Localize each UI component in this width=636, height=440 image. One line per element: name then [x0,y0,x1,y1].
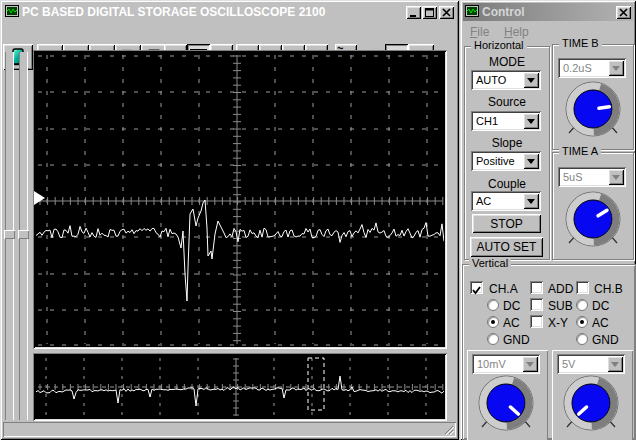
ch-b-label: CH.B [594,282,623,296]
stop-button[interactable]: STOP [472,214,541,233]
slope-dropdown-button[interactable] [523,153,539,169]
source-select[interactable]: CH1 [471,111,541,131]
stop-button-label: STOP [490,217,522,231]
sub-label: SUB [548,299,573,313]
control-app-icon [465,4,479,21]
ch-a-ac-radio[interactable] [487,316,499,328]
couple-label: Couple [465,177,549,191]
ch-b-volts-select[interactable]: 5V [557,354,625,374]
mode-value: AUTO [476,74,506,86]
couple-select[interactable]: AC [471,191,541,211]
time-b-group: TIME B 0.2uS [552,44,634,150]
mode-dropdown-button[interactable] [523,72,539,88]
control-window-title: Control [482,5,525,19]
time-a-group-label: TIME A [559,145,601,157]
time-a-value: 5uS [563,171,583,183]
ch-b-volts-value: 5V [562,358,575,370]
source-dropdown-button[interactable] [523,113,539,129]
menu-file[interactable]: File [470,25,489,39]
ch-b-dc-label: DC [592,299,609,313]
ch-b-ac-radio[interactable] [576,316,588,328]
slider-thumb-ch-b[interactable] [18,230,29,239]
ch-b-gnd-label: GND [592,333,619,347]
control-window: Control File Help Horizontal MODE AUTO S… [460,0,636,440]
chevron-down-icon [612,175,620,184]
time-b-select[interactable]: 0.2uS [558,58,626,78]
control-close-button[interactable] [616,6,631,19]
ch-a-label: CH.A [489,282,518,296]
desktop: PC BASED DIGITAL STORAGE OSCILLOSCOPE 21… [0,0,636,440]
menu-help[interactable]: Help [504,25,529,39]
control-titlebar[interactable]: Control [463,3,633,21]
horizontal-group-label: Horizontal [471,39,527,51]
couple-dropdown-button[interactable] [523,193,539,209]
horizontal-group: Horizontal MODE AUTO Source CH1 Slope Po… [464,46,550,260]
ch-a-dc-label: DC [503,299,520,313]
time-b-value: 0.2uS [563,62,592,74]
trigger-level-marker[interactable] [34,191,45,205]
time-a-group: TIME A 5uS [552,152,634,260]
ch-a-gnd-label: GND [503,333,530,347]
chevron-down-icon [527,199,535,208]
chevron-down-icon [527,119,535,128]
xy-checkbox[interactable] [530,315,543,328]
minimize-button[interactable] [406,6,421,19]
ch-b-gnd-radio[interactable] [576,333,588,345]
chevron-down-icon [526,362,534,371]
app-icon [5,4,19,21]
check-icon [472,286,481,295]
ch-a-knob[interactable] [474,375,538,439]
time-b-dropdown-button[interactable] [608,60,624,76]
time-a-knob[interactable] [561,191,625,255]
slope-select[interactable]: Positive [471,151,541,171]
source-label: Source [465,95,549,109]
zoom-scope-display [33,353,447,421]
time-b-group-label: TIME B [559,37,602,49]
vertical-group-label: Vertical [469,257,511,269]
status-bar [3,422,456,437]
close-button[interactable] [439,6,454,19]
mode-label: MODE [465,55,549,69]
add-checkbox[interactable] [530,281,543,294]
ch-b-knob[interactable] [559,375,623,439]
ch-a-volts-dropdown-button[interactable] [522,356,538,372]
ch-b-checkbox[interactable] [576,281,589,294]
chevron-down-icon [527,159,535,168]
main-scope-plot [36,53,444,346]
ch-b-volts-dropdown-button[interactable] [607,356,623,372]
source-value: CH1 [476,115,498,127]
chevron-down-icon [611,362,619,371]
time-a-dropdown-button[interactable] [608,169,624,185]
chevron-down-icon [527,78,535,87]
zoom-scope-plot [36,356,444,418]
maximize-button[interactable] [422,6,437,19]
ch-a-volts-select[interactable]: 10mV [472,354,540,374]
ch-b-dc-radio[interactable] [576,299,588,311]
close-icon [442,8,451,17]
slope-label: Slope [465,136,549,150]
resize-grip[interactable] [442,423,454,435]
slider-thumb-ch-a[interactable] [4,230,15,239]
main-titlebar[interactable]: PC BASED DIGITAL STORAGE OSCILLOSCOPE 21… [3,3,456,21]
ch-a-dc-radio[interactable] [487,299,499,311]
time-b-knob[interactable] [561,81,625,145]
chevron-down-icon [612,66,620,75]
ch-a-checkbox[interactable] [470,281,483,294]
ch-a-volts-value: 10mV [477,358,506,370]
main-window: PC BASED DIGITAL STORAGE OSCILLOSCOPE 21… [0,0,459,440]
auto-set-button[interactable]: AUTO SET [470,237,543,257]
xy-label: X-Y [548,316,568,330]
ch-b-panel: 5V [552,350,633,440]
mode-select[interactable]: AUTO [471,70,541,90]
radio-dot [580,320,584,324]
main-window-title: PC BASED DIGITAL STORAGE OSCILLOSCOPE 21… [22,5,325,19]
minimize-icon [409,8,419,17]
radio-dot [491,320,495,324]
ch-a-gnd-radio[interactable] [487,333,499,345]
couple-value: AC [476,195,491,207]
add-label: ADD [548,282,573,296]
maximize-icon [425,8,435,17]
sub-checkbox[interactable] [530,298,543,311]
time-a-select[interactable]: 5uS [558,167,626,187]
ch-a-ac-label: AC [503,316,520,330]
